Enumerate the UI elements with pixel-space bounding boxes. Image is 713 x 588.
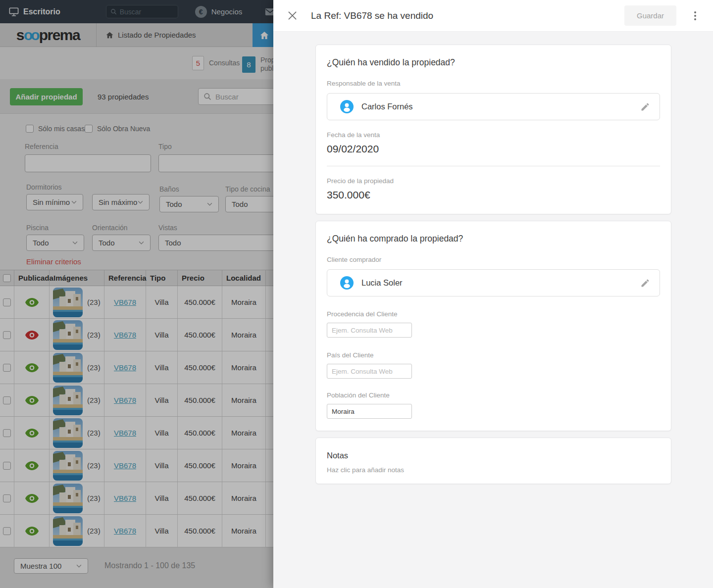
sale-price-value[interactable]: 350.000€ — [327, 188, 660, 202]
responsable-label: Responsable de la venta — [327, 80, 660, 87]
user-avatar-icon — [340, 276, 354, 290]
poblacion-label: Población del Cliente — [327, 392, 660, 399]
user-avatar-icon — [340, 100, 354, 113]
seller-card: ¿Quién ha vendido la propiedad? Responsa… — [315, 45, 671, 214]
cliente-label: Cliente comprador — [327, 256, 660, 263]
responsable-name: Carlos Fornés — [361, 102, 640, 111]
buyer-card-heading: ¿Quién ha comprado la propiedad? — [327, 232, 660, 245]
cliente-name: Lucia Soler — [361, 278, 640, 288]
precio-label: Precio de la propiedad — [327, 177, 660, 185]
procedencia-label: Procedencia del Cliente — [327, 310, 660, 318]
notes-card[interactable]: Notas Haz clic para añadir notas — [315, 438, 671, 484]
sold-property-modal: La Ref: VB678 se ha vendido Guardar ¿Qui… — [273, 0, 713, 588]
sale-date-value[interactable]: 09/02/2020 — [327, 142, 660, 156]
notes-heading: Notas — [327, 449, 660, 462]
buyer-card: ¿Quién ha comprado la propiedad? Cliente… — [315, 221, 671, 431]
responsable-row[interactable]: Carlos Fornés — [327, 93, 660, 120]
procedencia-input[interactable] — [327, 323, 412, 338]
poblacion-input[interactable] — [327, 404, 412, 419]
fecha-label: Fecha de la venta — [327, 131, 660, 139]
save-button[interactable]: Guardar — [624, 5, 676, 26]
edit-icon[interactable] — [640, 278, 651, 289]
kebab-menu-icon[interactable] — [690, 10, 700, 22]
seller-card-heading: ¿Quién ha vendido la propiedad? — [327, 56, 660, 69]
field-divider — [327, 166, 660, 166]
modal-body: ¿Quién ha vendido la propiedad? Responsa… — [273, 32, 713, 484]
close-icon[interactable] — [286, 10, 298, 22]
modal-title: La Ref: VB678 se ha vendido — [311, 10, 624, 21]
edit-icon[interactable] — [640, 101, 651, 112]
pais-label: País del Cliente — [327, 351, 660, 359]
pais-input[interactable] — [327, 364, 412, 379]
modal-header: La Ref: VB678 se ha vendido Guardar — [273, 0, 713, 32]
cliente-row[interactable]: Lucia Soler — [327, 269, 660, 296]
notes-hint: Haz clic para añadir notas — [327, 466, 660, 474]
